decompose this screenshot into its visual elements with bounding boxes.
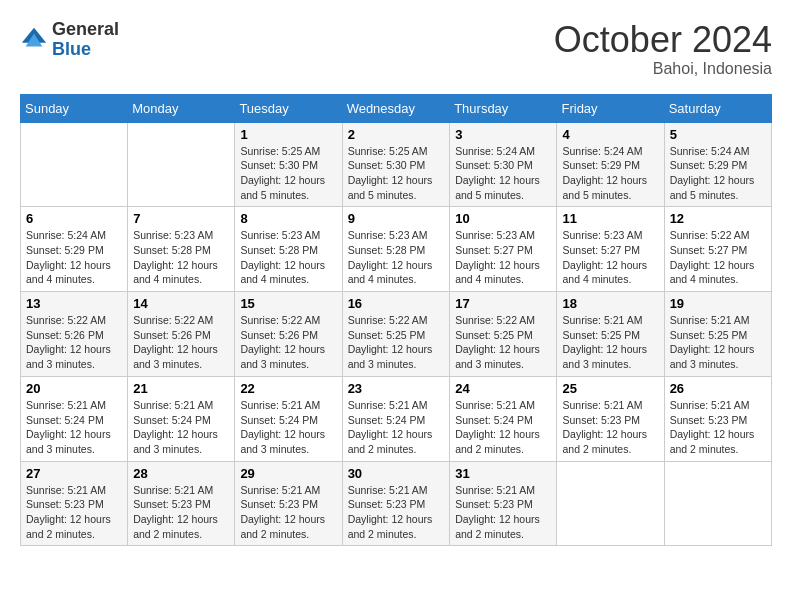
day-number: 29 — [240, 466, 336, 481]
calendar-cell: 8Sunrise: 5:23 AM Sunset: 5:28 PM Daylig… — [235, 207, 342, 292]
calendar-cell: 18Sunrise: 5:21 AM Sunset: 5:25 PM Dayli… — [557, 292, 664, 377]
calendar-cell: 5Sunrise: 5:24 AM Sunset: 5:29 PM Daylig… — [664, 122, 771, 207]
calendar-cell: 6Sunrise: 5:24 AM Sunset: 5:29 PM Daylig… — [21, 207, 128, 292]
day-info: Sunrise: 5:23 AM Sunset: 5:27 PM Dayligh… — [562, 228, 658, 287]
day-number: 26 — [670, 381, 766, 396]
day-number: 21 — [133, 381, 229, 396]
day-info: Sunrise: 5:22 AM Sunset: 5:25 PM Dayligh… — [348, 313, 445, 372]
day-info: Sunrise: 5:21 AM Sunset: 5:24 PM Dayligh… — [26, 398, 122, 457]
logo-general-text: General — [52, 20, 119, 40]
calendar-week-row: 6Sunrise: 5:24 AM Sunset: 5:29 PM Daylig… — [21, 207, 772, 292]
day-number: 22 — [240, 381, 336, 396]
page-header: General Blue October 2024 Bahoi, Indones… — [20, 20, 772, 78]
calendar-cell: 10Sunrise: 5:23 AM Sunset: 5:27 PM Dayli… — [450, 207, 557, 292]
calendar-cell — [128, 122, 235, 207]
title-block: October 2024 Bahoi, Indonesia — [554, 20, 772, 78]
calendar-cell: 2Sunrise: 5:25 AM Sunset: 5:30 PM Daylig… — [342, 122, 450, 207]
calendar-header: SundayMondayTuesdayWednesdayThursdayFrid… — [21, 94, 772, 122]
calendar-cell: 26Sunrise: 5:21 AM Sunset: 5:23 PM Dayli… — [664, 376, 771, 461]
calendar-week-row: 20Sunrise: 5:21 AM Sunset: 5:24 PM Dayli… — [21, 376, 772, 461]
location-text: Bahoi, Indonesia — [554, 60, 772, 78]
calendar-cell: 29Sunrise: 5:21 AM Sunset: 5:23 PM Dayli… — [235, 461, 342, 546]
calendar-cell: 27Sunrise: 5:21 AM Sunset: 5:23 PM Dayli… — [21, 461, 128, 546]
calendar-cell: 9Sunrise: 5:23 AM Sunset: 5:28 PM Daylig… — [342, 207, 450, 292]
calendar-cell: 12Sunrise: 5:22 AM Sunset: 5:27 PM Dayli… — [664, 207, 771, 292]
day-info: Sunrise: 5:21 AM Sunset: 5:24 PM Dayligh… — [133, 398, 229, 457]
day-number: 25 — [562, 381, 658, 396]
calendar-cell: 4Sunrise: 5:24 AM Sunset: 5:29 PM Daylig… — [557, 122, 664, 207]
day-number: 16 — [348, 296, 445, 311]
day-number: 28 — [133, 466, 229, 481]
day-number: 30 — [348, 466, 445, 481]
day-number: 11 — [562, 211, 658, 226]
calendar-cell: 28Sunrise: 5:21 AM Sunset: 5:23 PM Dayli… — [128, 461, 235, 546]
day-number: 1 — [240, 127, 336, 142]
day-info: Sunrise: 5:25 AM Sunset: 5:30 PM Dayligh… — [348, 144, 445, 203]
day-number: 10 — [455, 211, 551, 226]
calendar-week-row: 13Sunrise: 5:22 AM Sunset: 5:26 PM Dayli… — [21, 292, 772, 377]
day-info: Sunrise: 5:21 AM Sunset: 5:25 PM Dayligh… — [670, 313, 766, 372]
day-number: 6 — [26, 211, 122, 226]
calendar-table: SundayMondayTuesdayWednesdayThursdayFrid… — [20, 94, 772, 547]
calendar-cell: 7Sunrise: 5:23 AM Sunset: 5:28 PM Daylig… — [128, 207, 235, 292]
weekday-header: Friday — [557, 94, 664, 122]
day-number: 31 — [455, 466, 551, 481]
calendar-cell: 15Sunrise: 5:22 AM Sunset: 5:26 PM Dayli… — [235, 292, 342, 377]
day-number: 12 — [670, 211, 766, 226]
calendar-cell: 17Sunrise: 5:22 AM Sunset: 5:25 PM Dayli… — [450, 292, 557, 377]
calendar-cell: 25Sunrise: 5:21 AM Sunset: 5:23 PM Dayli… — [557, 376, 664, 461]
calendar-cell: 20Sunrise: 5:21 AM Sunset: 5:24 PM Dayli… — [21, 376, 128, 461]
day-info: Sunrise: 5:21 AM Sunset: 5:23 PM Dayligh… — [562, 398, 658, 457]
day-info: Sunrise: 5:21 AM Sunset: 5:23 PM Dayligh… — [455, 483, 551, 542]
day-info: Sunrise: 5:21 AM Sunset: 5:23 PM Dayligh… — [348, 483, 445, 542]
calendar-cell: 1Sunrise: 5:25 AM Sunset: 5:30 PM Daylig… — [235, 122, 342, 207]
day-info: Sunrise: 5:23 AM Sunset: 5:28 PM Dayligh… — [133, 228, 229, 287]
day-info: Sunrise: 5:22 AM Sunset: 5:27 PM Dayligh… — [670, 228, 766, 287]
day-info: Sunrise: 5:22 AM Sunset: 5:25 PM Dayligh… — [455, 313, 551, 372]
day-number: 13 — [26, 296, 122, 311]
day-number: 2 — [348, 127, 445, 142]
calendar-cell: 21Sunrise: 5:21 AM Sunset: 5:24 PM Dayli… — [128, 376, 235, 461]
day-number: 23 — [348, 381, 445, 396]
day-info: Sunrise: 5:24 AM Sunset: 5:29 PM Dayligh… — [670, 144, 766, 203]
day-number: 20 — [26, 381, 122, 396]
calendar-cell: 3Sunrise: 5:24 AM Sunset: 5:30 PM Daylig… — [450, 122, 557, 207]
day-info: Sunrise: 5:23 AM Sunset: 5:28 PM Dayligh… — [348, 228, 445, 287]
calendar-cell: 19Sunrise: 5:21 AM Sunset: 5:25 PM Dayli… — [664, 292, 771, 377]
day-number: 24 — [455, 381, 551, 396]
logo-icon — [20, 26, 48, 54]
day-info: Sunrise: 5:21 AM Sunset: 5:25 PM Dayligh… — [562, 313, 658, 372]
day-info: Sunrise: 5:23 AM Sunset: 5:28 PM Dayligh… — [240, 228, 336, 287]
day-number: 9 — [348, 211, 445, 226]
day-number: 15 — [240, 296, 336, 311]
weekday-header: Sunday — [21, 94, 128, 122]
day-info: Sunrise: 5:24 AM Sunset: 5:29 PM Dayligh… — [26, 228, 122, 287]
calendar-body: 1Sunrise: 5:25 AM Sunset: 5:30 PM Daylig… — [21, 122, 772, 546]
day-info: Sunrise: 5:21 AM Sunset: 5:23 PM Dayligh… — [133, 483, 229, 542]
day-info: Sunrise: 5:21 AM Sunset: 5:23 PM Dayligh… — [240, 483, 336, 542]
logo-text: General Blue — [52, 20, 119, 60]
calendar-week-row: 27Sunrise: 5:21 AM Sunset: 5:23 PM Dayli… — [21, 461, 772, 546]
weekday-header: Tuesday — [235, 94, 342, 122]
calendar-cell: 11Sunrise: 5:23 AM Sunset: 5:27 PM Dayli… — [557, 207, 664, 292]
weekday-header: Wednesday — [342, 94, 450, 122]
calendar-cell: 22Sunrise: 5:21 AM Sunset: 5:24 PM Dayli… — [235, 376, 342, 461]
day-info: Sunrise: 5:21 AM Sunset: 5:24 PM Dayligh… — [240, 398, 336, 457]
calendar-cell: 16Sunrise: 5:22 AM Sunset: 5:25 PM Dayli… — [342, 292, 450, 377]
day-number: 5 — [670, 127, 766, 142]
calendar-cell: 31Sunrise: 5:21 AM Sunset: 5:23 PM Dayli… — [450, 461, 557, 546]
logo: General Blue — [20, 20, 119, 60]
calendar-cell: 13Sunrise: 5:22 AM Sunset: 5:26 PM Dayli… — [21, 292, 128, 377]
calendar-cell: 24Sunrise: 5:21 AM Sunset: 5:24 PM Dayli… — [450, 376, 557, 461]
day-info: Sunrise: 5:22 AM Sunset: 5:26 PM Dayligh… — [26, 313, 122, 372]
day-number: 3 — [455, 127, 551, 142]
calendar-week-row: 1Sunrise: 5:25 AM Sunset: 5:30 PM Daylig… — [21, 122, 772, 207]
logo-blue-text: Blue — [52, 40, 119, 60]
day-info: Sunrise: 5:22 AM Sunset: 5:26 PM Dayligh… — [133, 313, 229, 372]
day-info: Sunrise: 5:24 AM Sunset: 5:29 PM Dayligh… — [562, 144, 658, 203]
calendar-cell: 30Sunrise: 5:21 AM Sunset: 5:23 PM Dayli… — [342, 461, 450, 546]
day-number: 17 — [455, 296, 551, 311]
day-info: Sunrise: 5:21 AM Sunset: 5:23 PM Dayligh… — [670, 398, 766, 457]
weekday-header: Saturday — [664, 94, 771, 122]
calendar-cell: 23Sunrise: 5:21 AM Sunset: 5:24 PM Dayli… — [342, 376, 450, 461]
